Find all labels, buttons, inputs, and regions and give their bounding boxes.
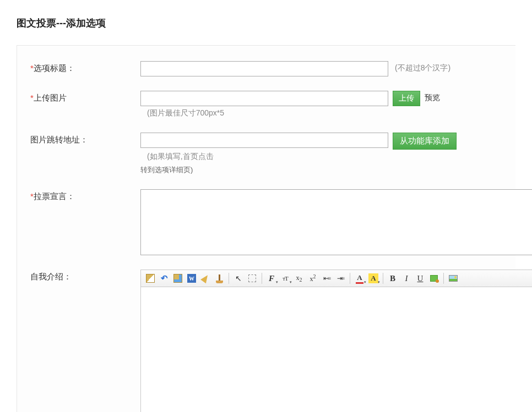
form-panel: *选项标题： (不超过8个汉字) *上传图片 上传 预览 (图片最佳尺寸700p… bbox=[17, 45, 515, 412]
paste-word-icon[interactable]: W bbox=[186, 272, 198, 284]
superscript-icon[interactable]: x2 bbox=[307, 272, 319, 284]
indent-icon[interactable]: ⇥≡ bbox=[334, 272, 346, 284]
bg-color-icon[interactable]: A▾ bbox=[367, 272, 379, 284]
preview-link[interactable]: 预览 bbox=[425, 91, 440, 103]
image-link-hint-right: (如果填写,首页点击 bbox=[147, 150, 214, 162]
clear-format-icon[interactable] bbox=[213, 272, 225, 284]
image-link-input[interactable] bbox=[140, 133, 388, 148]
toolbar-separator bbox=[229, 273, 229, 284]
label-slogan: *拉票宣言： bbox=[30, 189, 140, 202]
toolbar-separator bbox=[443, 273, 444, 284]
editor-toolbar: ↶ W ↖ F▾ тT▾ x2 x2 ⇤≡ ⇥≡ bbox=[140, 270, 532, 287]
upload-image-hint: (图片最佳尺寸700px*5 bbox=[147, 106, 224, 118]
image-link-hint-below: 转到选项详细页) bbox=[140, 165, 515, 175]
insert-html-icon[interactable] bbox=[428, 272, 440, 284]
font-color-icon[interactable]: A▾ bbox=[354, 272, 366, 284]
undo-icon[interactable]: ↶ bbox=[158, 272, 170, 284]
paste-format-icon[interactable] bbox=[172, 272, 184, 284]
format-paint-icon[interactable] bbox=[199, 272, 211, 284]
label-self-intro: 自我介绍： bbox=[30, 270, 140, 282]
row-option-title: *选项标题： (不超过8个汉字) bbox=[30, 61, 515, 76]
bold-icon[interactable]: B bbox=[387, 272, 399, 284]
font-family-icon[interactable]: F▾ bbox=[265, 272, 278, 284]
upload-image-input[interactable] bbox=[140, 91, 388, 106]
editor-body[interactable] bbox=[140, 287, 532, 412]
cursor-icon[interactable]: ↖ bbox=[232, 272, 245, 284]
row-slogan: *拉票宣言： bbox=[30, 189, 515, 255]
row-self-intro: 自我介绍： ↶ W ↖ F▾ bbox=[30, 270, 515, 412]
select-all-icon[interactable] bbox=[246, 272, 258, 284]
toolbar-separator bbox=[350, 273, 350, 284]
upload-button[interactable]: 上传 bbox=[393, 91, 420, 106]
outdent-icon[interactable]: ⇤≡ bbox=[321, 272, 333, 284]
underline-icon[interactable]: U bbox=[414, 272, 426, 284]
label-option-title: *选项标题： bbox=[30, 61, 140, 74]
italic-icon[interactable]: I bbox=[400, 272, 412, 284]
paste-icon[interactable] bbox=[144, 272, 156, 284]
option-title-hint: (不超过8个汉字) bbox=[395, 61, 450, 73]
toolbar-separator bbox=[262, 273, 262, 284]
subscript-icon[interactable]: x2 bbox=[293, 272, 305, 284]
slogan-textarea[interactable] bbox=[140, 189, 532, 255]
row-upload-image: *上传图片 上传 预览 (图片最佳尺寸700px*5 bbox=[30, 91, 515, 118]
insert-image-icon[interactable] bbox=[447, 272, 459, 284]
label-upload-image: *上传图片 bbox=[30, 91, 140, 103]
toolbar-separator bbox=[383, 273, 383, 284]
label-image-link: 图片跳转地址： bbox=[30, 133, 140, 145]
option-title-input[interactable] bbox=[140, 61, 388, 76]
page-title: 图文投票---添加选项 bbox=[17, 17, 515, 30]
font-size-icon[interactable]: тT▾ bbox=[279, 272, 291, 284]
row-image-link: 图片跳转地址： 从功能库添加 (如果填写,首页点击 转到选项详细页) bbox=[30, 133, 515, 175]
add-from-library-button[interactable]: 从功能库添加 bbox=[393, 133, 457, 150]
rich-text-editor: ↶ W ↖ F▾ тT▾ x2 x2 ⇤≡ ⇥≡ bbox=[140, 270, 532, 412]
